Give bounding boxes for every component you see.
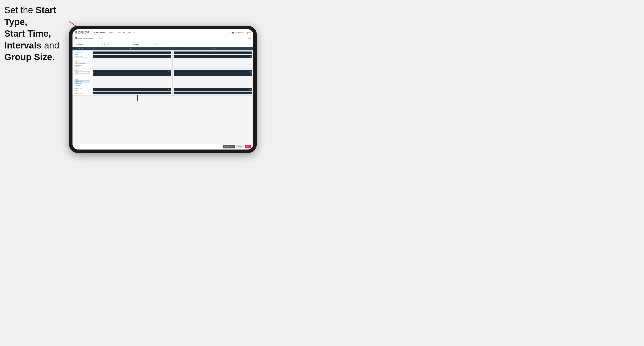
nav-tab-tournaments[interactable]: TOURNAMENTS <box>93 31 105 34</box>
start-type-label: Start Type <box>75 41 103 43</box>
reset-button[interactable]: Reset Changes <box>223 145 235 149</box>
tablet-side-button <box>137 95 138 101</box>
player-x-icon-3-1[interactable]: ✕ <box>168 71 169 72</box>
starting-time-input-3[interactable]: 10:20 🕐 <box>74 90 90 92</box>
cancel-button[interactable]: Cancel <box>236 145 244 149</box>
player-row-2-1: ✕ ⬍ <box>174 51 252 54</box>
annotation-bold: Start Type,Start Time,Intervals <box>4 5 56 50</box>
player-x-icon-4-2[interactable]: ✕ <box>249 74 250 75</box>
player-row-4-1: ✕ ⬍ <box>174 70 252 73</box>
remove-group-2[interactable]: ⊖ Remove Group <box>74 83 90 84</box>
time-icon-3: 🕐 <box>88 90 90 92</box>
nav-bar: SCOREBOARD Powered by clipp.io TOURNAMEN… <box>72 29 253 36</box>
starting-hole-input-1[interactable]: 1 ⬍ <box>74 57 90 60</box>
player-expand-icon-5-1[interactable]: ⬍ <box>169 89 170 90</box>
settings-row: Start Type 1st Tee Start ▾ Start Time 10… <box>72 40 253 47</box>
nav-tab-teams[interactable]: TEAMS <box>108 31 113 34</box>
th-tee-time: Tee Time <box>72 47 92 50</box>
team-cells-1: ✕ ⬍ ⬍ ✕ <box>92 50 253 68</box>
course-remove-1[interactable]: ✕ <box>86 62 86 64</box>
breadcrumb-icon: C <box>75 37 77 39</box>
starting-time-input-2[interactable]: 10:10 🕐 <box>74 71 90 74</box>
player-expand-icon-6-2[interactable]: ⬍ <box>250 92 251 94</box>
tee-row-group-2: STARTING TIME: 10:10 🕐 STARTING HOLE: 1 … <box>72 69 253 87</box>
player-icons-2-2: ⬍ <box>250 56 251 57</box>
course-remove-2[interactable]: ✕ <box>84 81 84 82</box>
team1-cell-2: ✕ ⬍ ✕ ⬍ <box>92 69 172 87</box>
start-time-value: 10:00 <box>106 44 109 45</box>
time-icon-1: 🕐 <box>88 54 90 55</box>
starting-hole-input-2[interactable]: 1 ⬍ <box>74 76 90 78</box>
player-expand-icon-2-1[interactable]: ⬍ <box>250 52 251 54</box>
starting-time-input-1[interactable]: 10:00 🕐 <box>74 53 90 55</box>
tee-row-group-3: STARTING TIME: 10:20 🕐 STARTING HOLE: ✕ … <box>72 87 253 96</box>
sign-out-link[interactable]: Sign out <box>246 32 251 33</box>
player-icons-5-1: ✕ ⬍ <box>168 89 170 90</box>
action-links-1: ⊖ Remove Group + Add Group <box>74 65 90 67</box>
starting-time-label-3: STARTING TIME: <box>74 88 90 89</box>
player-x-icon-2-1[interactable]: ✕ <box>249 52 250 54</box>
course-tag-2: 📍 East Lake GC ✕ ⬍ <box>74 80 90 83</box>
back-button[interactable]: < Back <box>246 37 251 39</box>
hole-chevron-2: ⬍ <box>88 76 90 78</box>
tee-cell-3: STARTING TIME: 10:20 🕐 STARTING HOLE: <box>72 87 92 95</box>
player-icons-1-1: ✕ ⬍ <box>168 52 170 54</box>
nav-separator: | <box>245 32 245 33</box>
player-row-6-1: ✕ ⬍ <box>174 88 252 91</box>
tee-row-group-1: STARTING TIME: 10:00 🕐 STARTING HOLE: 1 … <box>72 50 253 69</box>
player-expand-icon-3-2[interactable]: ⬍ <box>169 74 170 75</box>
add-group-2[interactable]: + Add Group <box>74 84 90 86</box>
group-size-group: Group Size 3 ▾ <box>160 41 181 46</box>
th-team1: Team 1 <box>92 47 172 50</box>
start-time-select[interactable]: 10:00 🕐 <box>104 43 130 46</box>
player-icons-6-2: ⬍ <box>250 92 251 94</box>
breadcrumb-left: C Clippd Invitational (Ma... > Hosting <box>75 37 103 39</box>
intervals-chevron: ▾ <box>156 44 157 45</box>
course-expand-1[interactable]: ⬍ <box>87 62 88 64</box>
remove-group-1[interactable]: ⊖ Remove Group <box>74 65 90 66</box>
player-x-icon-3-2[interactable]: ✕ <box>168 74 169 75</box>
annotation-bold2: Group Size <box>4 52 52 62</box>
player-expand-icon-6-1[interactable]: ⬍ <box>250 89 251 90</box>
team2-cell-2: ✕ ⬍ ✕ ⬍ <box>172 69 253 87</box>
player-icons-3-2: ✕ ⬍ <box>168 74 170 75</box>
player-x-icon-6-1[interactable]: ✕ <box>249 89 250 90</box>
team-cells-2: ✕ ⬍ ✕ ⬍ <box>92 69 253 87</box>
th-team2: Team 2 <box>172 47 253 50</box>
intervals-value: 10 Minutes <box>133 44 139 45</box>
starting-time-label-2: STARTING TIME: <box>74 70 90 71</box>
nav-user: blair@clippd.io | Sign out <box>232 32 251 34</box>
player-expand-icon-1-1[interactable]: ⬍ <box>169 52 170 54</box>
player-icons-3-1: ✕ ⬍ <box>168 71 170 72</box>
player-expand-icon-4-1[interactable]: ⬍ <box>250 71 251 72</box>
course-label-2: COURSE: <box>74 79 90 80</box>
player-expand-icon-2-2[interactable]: ⬍ <box>250 56 251 57</box>
player-expand-icon-5-2[interactable]: ⬍ <box>169 92 170 94</box>
starting-hole-val-1: 1 <box>75 58 75 59</box>
player-expand-icon-1-2[interactable]: ⬍ <box>169 56 170 57</box>
starting-time-val-2: 10:10 <box>75 72 78 73</box>
player-icons-2-1: ✕ ⬍ <box>249 52 251 54</box>
player-row-4-2: ✕ ⬍ <box>174 73 252 76</box>
player-x-icon-1-1[interactable]: ✕ <box>168 52 169 54</box>
save-button[interactable]: Save <box>245 145 251 149</box>
course-expand-2[interactable]: ⬍ <box>85 81 86 82</box>
add-group-1[interactable]: + Add Group <box>74 66 90 67</box>
table-body: STARTING TIME: 10:00 🕐 STARTING HOLE: 1 … <box>72 50 253 144</box>
player-expand-icon-4-2[interactable]: ⬍ <box>250 74 251 75</box>
player-expand-icon-3-1[interactable]: ⬍ <box>169 71 170 72</box>
player-x-icon-4-1[interactable]: ✕ <box>249 71 250 72</box>
player-row-1-2: ⬍ <box>93 55 171 58</box>
nav-tab-rankings[interactable]: RANKINGS <box>128 31 136 34</box>
intervals-select[interactable]: 10 Minutes ▾ <box>132 43 158 46</box>
starting-time-val-3: 10:20 <box>75 90 78 92</box>
nav-tab-committee[interactable]: COMMITTEE <box>116 31 126 34</box>
group-size-label: Group Size <box>160 41 181 43</box>
team-cells-3: ✕ ⬍ ⬍ ✕ <box>92 87 253 95</box>
group-size-select[interactable]: 3 ▾ <box>160 43 181 46</box>
start-type-select[interactable]: 1st Tee Start ▾ <box>75 43 103 46</box>
logo-sub: Powered by clipp.io <box>75 33 89 34</box>
starting-time-val-1: 10:00 <box>75 54 78 55</box>
nav-tabs: TOURNAMENTS TEAMS COMMITTEE RANKINGS <box>93 31 232 34</box>
player-x-icon-5-1[interactable]: ✕ <box>168 89 169 90</box>
